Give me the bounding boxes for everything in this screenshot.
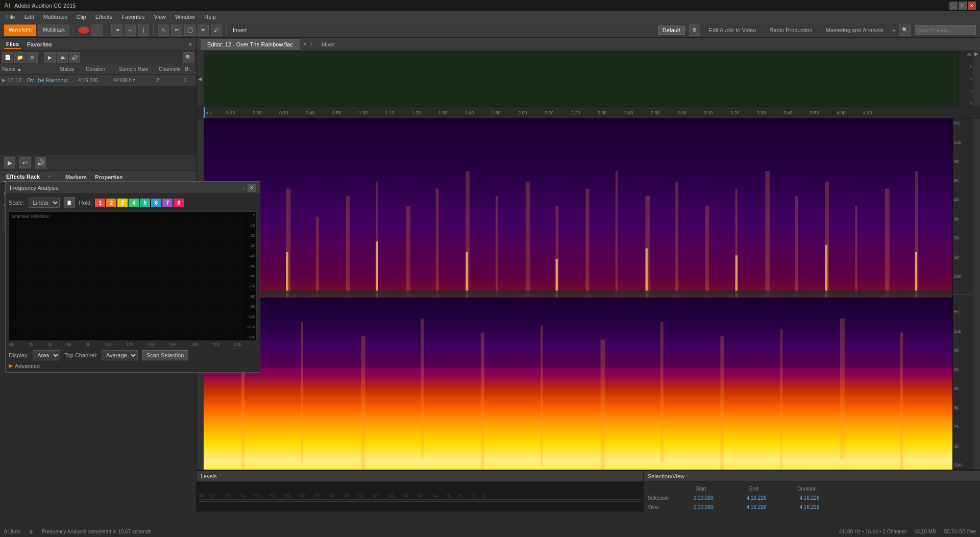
mini-btn3[interactable]: 🔊 [69, 52, 80, 63]
menu-file[interactable]: File [2, 13, 19, 21]
search-files-btn[interactable]: 🔍 [183, 52, 194, 63]
workspace-radio[interactable]: Radio Production [765, 26, 817, 35]
col-status-header[interactable]: Status [60, 66, 82, 72]
search-btn[interactable]: 🔍 [899, 25, 911, 36]
editor-tab-close[interactable]: ✕ [303, 41, 307, 47]
toolbar-btn-brush[interactable]: 🖊 [211, 25, 222, 36]
hold-btn-4[interactable]: 4 [129, 199, 139, 207]
right-content: Editor: 12 - Over The Rainbow.flac ✕ ≡ M… [197, 38, 980, 511]
col-bit-header[interactable]: Bi [185, 66, 194, 72]
display-dropdown[interactable]: Area [33, 350, 60, 360]
menu-clip[interactable]: Clip [72, 13, 90, 21]
toolbar-btn-4[interactable]: ↔ [125, 25, 136, 36]
freq-label-10k: 10k [105, 342, 112, 347]
view-duration-val[interactable]: 4:16.226 [784, 504, 835, 510]
fa-copy-btn[interactable]: 📋 [64, 197, 75, 208]
toolbar-btn-select[interactable]: ↖ [158, 25, 169, 36]
db-label-3b: 3 [960, 101, 972, 106]
tab-markers[interactable]: Markers [63, 173, 89, 181]
search-input[interactable] [915, 25, 976, 35]
play-button[interactable]: ▶ [4, 157, 15, 168]
tab-properties[interactable]: Properties [93, 173, 125, 181]
col-duration-header[interactable]: Duration [86, 66, 115, 72]
sel-duration-val[interactable]: 4:16.226 [784, 495, 835, 501]
editor-tab-main[interactable]: Editor: 12 - Over The Rainbow.flac [201, 39, 300, 50]
multitrack-mode-button[interactable]: Multitrack [38, 25, 69, 36]
hold-btn-3[interactable]: 3 [117, 199, 128, 207]
close-file-btn[interactable]: ✕ [27, 52, 38, 63]
workspace-settings-icon[interactable]: ⚙ [689, 25, 700, 36]
editor-tab-menu[interactable]: ≡ [310, 41, 313, 47]
toolbar-btn-speech[interactable]: ◯ [184, 25, 195, 36]
volume-button[interactable]: 🔊 [35, 157, 46, 168]
hold-btn-1[interactable]: 1 [95, 199, 105, 207]
menu-edit[interactable]: Edit [20, 13, 38, 21]
toolbar-separator-3 [153, 25, 154, 35]
fa-chart[interactable]: Scanned Selection [9, 211, 257, 341]
maximize-button[interactable]: □ [959, 2, 967, 10]
timeline-ruler[interactable]: ms 0:10 0:20 0:30 0:40 0:50 1:00 1:10 1:… [197, 107, 980, 118]
freq-label-6k: 6k [66, 342, 71, 347]
menu-effects[interactable]: Effects [91, 13, 116, 21]
menu-help[interactable]: Help [200, 13, 220, 21]
waveform-scroll-left[interactable]: ◀ [197, 76, 204, 82]
col-ch-header[interactable]: Channels [159, 66, 181, 72]
waveform-scroll-right[interactable]: ▶ [973, 51, 980, 57]
mini-btn1[interactable]: ▶ [44, 52, 56, 63]
hold-btn-2[interactable]: 2 [106, 199, 116, 207]
waveform-canvas[interactable] [204, 51, 959, 107]
waveform-mode-button[interactable]: Waveform [4, 25, 36, 36]
workspace-mastering[interactable]: Mastering and Analysis [821, 26, 888, 35]
toolbar-btn-3[interactable]: ⇥ [111, 25, 122, 36]
menu-multitrack[interactable]: Multitrack [39, 13, 71, 21]
open-file-btn[interactable]: 📁 [14, 52, 26, 63]
toolbar-btn-1[interactable] [78, 27, 89, 34]
workspace-expand[interactable]: » [892, 27, 895, 33]
sel-start-val[interactable]: 0:00.000 [678, 495, 729, 501]
tab-favorites[interactable]: Favorites [25, 40, 54, 48]
spectrogram-canvas[interactable] [204, 118, 952, 470]
mixer-tab[interactable]: Mixer [315, 39, 342, 50]
hold-btn-8[interactable]: 8 [174, 199, 184, 207]
menu-favorites[interactable]: Favorites [117, 13, 149, 21]
freq-analysis-close[interactable]: ✕ [248, 184, 256, 192]
freq-label-8k: 8k [86, 342, 91, 347]
top-channel-label: Top Channel: [64, 352, 97, 358]
files-panel-menu[interactable]: ≡ [189, 41, 192, 47]
disk-free-status: 50,74 GB free [944, 529, 976, 534]
freq-analysis-titlebar[interactable]: Frequency Analysis ≡ ✕ [6, 182, 260, 194]
top-channel-dropdown[interactable]: Average [102, 350, 138, 360]
scale-dropdown[interactable]: Linear [29, 198, 60, 208]
close-button[interactable]: ✕ [968, 2, 976, 10]
levels-menu[interactable]: ≡ [219, 473, 222, 479]
view-start-val[interactable]: 0:00.000 [678, 504, 729, 510]
menu-view[interactable]: View [150, 13, 170, 21]
workspace-edit-audio[interactable]: Edit Audio to Video [704, 26, 761, 35]
col-sr-header[interactable]: Sample Rate [119, 66, 155, 72]
workspace-default-tab[interactable]: Default [658, 26, 685, 35]
file-row[interactable]: ▶ 12 12 - Ov...he Rainbow.flac 4:16.226 … [0, 75, 196, 86]
toolbar-btn-5[interactable]: | [138, 25, 149, 36]
menu-window[interactable]: Window [171, 13, 199, 21]
selection-menu[interactable]: ≡ [687, 473, 690, 479]
tab-files[interactable]: Files [4, 40, 21, 49]
mini-btn2[interactable]: ⏏ [57, 52, 68, 63]
loop-button[interactable]: ↩ [19, 157, 31, 168]
hold-btn-5[interactable]: 5 [140, 199, 150, 207]
sel-end-val[interactable]: 4:16.226 [731, 495, 782, 501]
toolbar-btn-2[interactable] [91, 25, 103, 36]
clear-history-btn[interactable]: 🗑 [29, 529, 34, 534]
view-end-val[interactable]: 4:16.226 [731, 504, 782, 510]
new-file-btn[interactable]: 📄 [2, 52, 13, 63]
toolbar-btn-razor[interactable]: ✏ [171, 25, 182, 36]
tab-effects-rack[interactable]: Effects Rack [4, 173, 42, 182]
freq-analysis-menu[interactable]: ≡ [242, 185, 246, 191]
hold-btn-7[interactable]: 7 [162, 199, 173, 207]
fa-advanced[interactable]: ▶ Advanced [9, 362, 257, 369]
col-name-header[interactable]: Name▲ [2, 66, 56, 72]
minimize-button[interactable]: _ [949, 2, 958, 10]
hold-btn-6[interactable]: 6 [151, 199, 161, 207]
toolbar-btn-pen[interactable]: ✒ [198, 25, 209, 36]
effects-panel-menu[interactable]: ≡ [48, 174, 51, 180]
scan-selection-btn[interactable]: Scan Selection [142, 350, 188, 360]
